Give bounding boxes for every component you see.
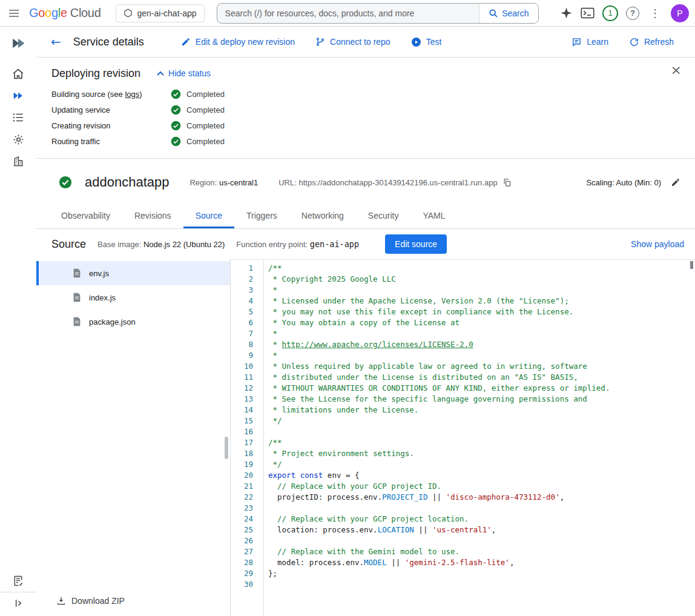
file-name: env.js — [89, 269, 109, 278]
code-line: * http://www.apache.org/licenses/LICENSE… — [268, 339, 695, 350]
google-cloud-logo: Google Cloud — [29, 6, 101, 20]
release-notes-icon[interactable] — [6, 574, 30, 588]
file-icon — [73, 317, 81, 326]
back-button[interactable]: ← — [47, 35, 65, 49]
code-editor[interactable]: 1234567891011121314151617181920212223242… — [231, 259, 695, 616]
edit-source-button[interactable]: Edit source — [385, 234, 447, 254]
line-number: 29 — [231, 568, 253, 579]
file-item-env-js[interactable]: env.js — [36, 261, 230, 285]
line-number: 21 — [231, 481, 253, 492]
notifications-badge[interactable]: 1 — [602, 5, 618, 21]
file-item-index-js[interactable]: index.js — [36, 285, 230, 310]
edit-deploy-button[interactable]: Edit & deploy new revision — [171, 37, 305, 47]
status-value: Completed — [171, 136, 225, 147]
nav-domains-icon[interactable] — [6, 154, 30, 168]
project-selector[interactable]: gen-ai-chat-app — [116, 4, 205, 22]
search-bar[interactable]: Search (/) for resources, docs, products… — [217, 3, 539, 24]
code-line: */ — [268, 416, 695, 426]
cloud-run-logo-icon — [6, 36, 30, 50]
logo-google: Google — [29, 6, 67, 20]
status-label: Creating revision — [51, 121, 171, 130]
help-icon[interactable]: ? — [626, 7, 639, 20]
status-value: Completed — [171, 121, 225, 131]
tab-observability[interactable]: Observability — [49, 204, 122, 228]
file-panel-scrollbar[interactable] — [225, 437, 228, 459]
service-toolbar: ← Service details Edit & deploy new revi… — [36, 27, 695, 58]
line-number: 27 — [231, 546, 253, 557]
tab-source[interactable]: Source — [183, 204, 234, 228]
line-number: 1 — [231, 263, 253, 274]
tab-triggers[interactable]: Triggers — [234, 204, 289, 228]
avatar[interactable]: P — [671, 4, 689, 22]
tab-security[interactable]: Security — [356, 204, 411, 228]
tab-networking[interactable]: Networking — [289, 204, 356, 228]
line-number: 22 — [231, 492, 253, 503]
file-panel: env.js index.js package.json — [36, 259, 231, 616]
logs-link[interactable]: logs — [125, 90, 139, 99]
code-line: // Replace with your GCP project locatio… — [268, 514, 695, 525]
status-value: Completed — [171, 105, 225, 115]
code-line: * See the License for the specific langu… — [268, 394, 695, 405]
editor-code[interactable]: /** * Copyright 2025 Google LLC * * Lice… — [264, 260, 695, 616]
left-nav-rail — [0, 27, 36, 616]
code-line: * Project environment settings. — [268, 448, 695, 459]
code-line — [268, 426, 695, 437]
code-line — [268, 535, 695, 546]
search-button[interactable]: Search — [479, 4, 538, 23]
nav-jobs-list-icon[interactable] — [6, 110, 30, 125]
edit-scaling-icon[interactable] — [671, 177, 680, 187]
refresh-label: Refresh — [644, 37, 674, 47]
gemini-spark-icon[interactable] — [560, 7, 573, 19]
code-line — [268, 579, 695, 590]
code-line: * You may obtain a copy of the License a… — [268, 317, 695, 328]
nav-services-icon[interactable] — [6, 88, 30, 103]
tab-yaml[interactable]: YAML — [410, 204, 457, 228]
cloud-shell-icon[interactable] — [581, 6, 595, 20]
more-options-icon[interactable]: ⋮ — [647, 7, 663, 19]
close-icon[interactable]: × — [671, 64, 682, 77]
check-circle-icon — [171, 136, 181, 147]
code-line: location: process.env.LOCATION || 'us-ce… — [268, 525, 695, 535]
nav-home-icon[interactable] — [6, 67, 30, 81]
code-line: * limitations under the License. — [268, 405, 695, 416]
topbar-right: 1 ? ⋮ P — [560, 4, 689, 22]
search-input[interactable]: Search (/) for resources, docs, products… — [217, 8, 479, 18]
download-zip-button[interactable]: Download ZIP — [36, 588, 230, 616]
pencil-icon — [181, 37, 191, 47]
deploy-status-panel: Deploying revision Hide status × Buildin… — [36, 58, 695, 159]
check-circle-icon — [171, 121, 181, 131]
show-payload-link[interactable]: Show payload — [631, 239, 684, 249]
test-label: Test — [426, 37, 442, 47]
scaling-info: Scaling: Auto (Min: 0) — [586, 178, 661, 187]
line-number: 6 — [231, 317, 253, 328]
test-button[interactable]: Test — [401, 37, 452, 47]
line-number: 18 — [231, 448, 253, 459]
collapse-panel-icon[interactable] — [6, 596, 30, 611]
refresh-button[interactable]: Refresh — [619, 37, 684, 47]
search-icon — [489, 8, 498, 18]
editor-scrollbar-thumb[interactable] — [690, 261, 693, 269]
nav-integrations-icon[interactable] — [6, 132, 30, 147]
chevron-up-icon — [157, 71, 164, 76]
repo-icon — [315, 37, 325, 47]
line-number: 23 — [231, 503, 253, 514]
code-line: * Copyright 2025 Google LLC — [268, 274, 695, 285]
hide-status-toggle[interactable]: Hide status — [157, 68, 211, 78]
line-number: 7 — [231, 328, 253, 339]
tab-revisions[interactable]: Revisions — [122, 204, 183, 228]
learn-button[interactable]: Learn — [561, 37, 619, 47]
connect-repo-button[interactable]: Connect to repo — [305, 37, 401, 47]
check-circle-icon — [171, 105, 181, 115]
editor-scrollbar[interactable] — [688, 260, 695, 616]
line-number: 13 — [231, 394, 253, 405]
line-number: 9 — [231, 350, 253, 361]
file-icon — [73, 293, 81, 302]
copy-url-icon[interactable] — [502, 178, 512, 187]
line-number: 30 — [231, 579, 253, 590]
code-line: /** — [268, 263, 695, 274]
project-icon — [124, 8, 133, 18]
download-icon — [56, 596, 66, 606]
menu-icon[interactable] — [8, 8, 19, 19]
file-item-package-json[interactable]: package.json — [36, 310, 230, 334]
play-icon — [411, 37, 421, 47]
